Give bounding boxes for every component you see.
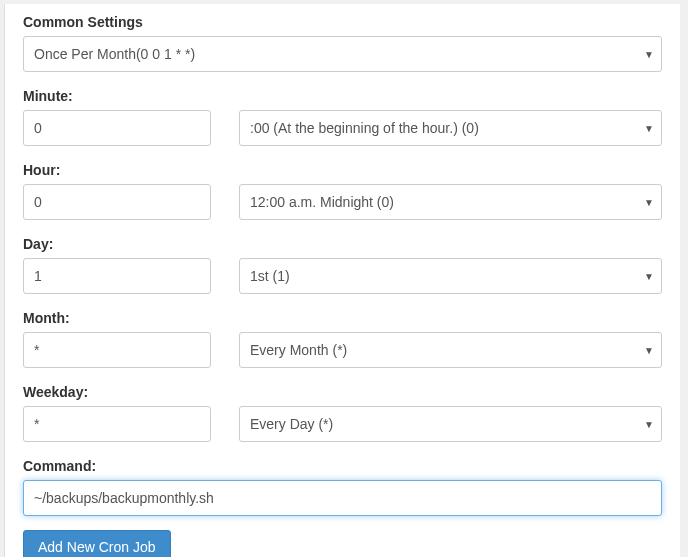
minute-input[interactable] (23, 110, 211, 146)
minute-label: Minute: (23, 88, 662, 104)
hour-label: Hour: (23, 162, 662, 178)
day-label: Day: (23, 236, 662, 252)
weekday-select[interactable]: Every Day (*) (239, 406, 662, 442)
hour-select[interactable]: 12:00 a.m. Midnight (0) (239, 184, 662, 220)
add-cron-job-button[interactable]: Add New Cron Job (23, 530, 171, 557)
month-label: Month: (23, 310, 662, 326)
common-settings-select[interactable]: Once Per Month(0 0 1 * *) (23, 36, 662, 72)
weekday-label: Weekday: (23, 384, 662, 400)
day-select[interactable]: 1st (1) (239, 258, 662, 294)
common-settings-select-wrap: Once Per Month(0 0 1 * *) ▼ (23, 36, 662, 72)
month-select[interactable]: Every Month (*) (239, 332, 662, 368)
month-input[interactable] (23, 332, 211, 368)
hour-input[interactable] (23, 184, 211, 220)
day-input[interactable] (23, 258, 211, 294)
minute-select[interactable]: :00 (At the beginning of the hour.) (0) (239, 110, 662, 146)
weekday-input[interactable] (23, 406, 211, 442)
common-settings-label: Common Settings (23, 14, 662, 30)
command-input[interactable] (23, 480, 662, 516)
cron-form-panel: Common Settings Once Per Month(0 0 1 * *… (4, 4, 680, 557)
command-label: Command: (23, 458, 662, 474)
